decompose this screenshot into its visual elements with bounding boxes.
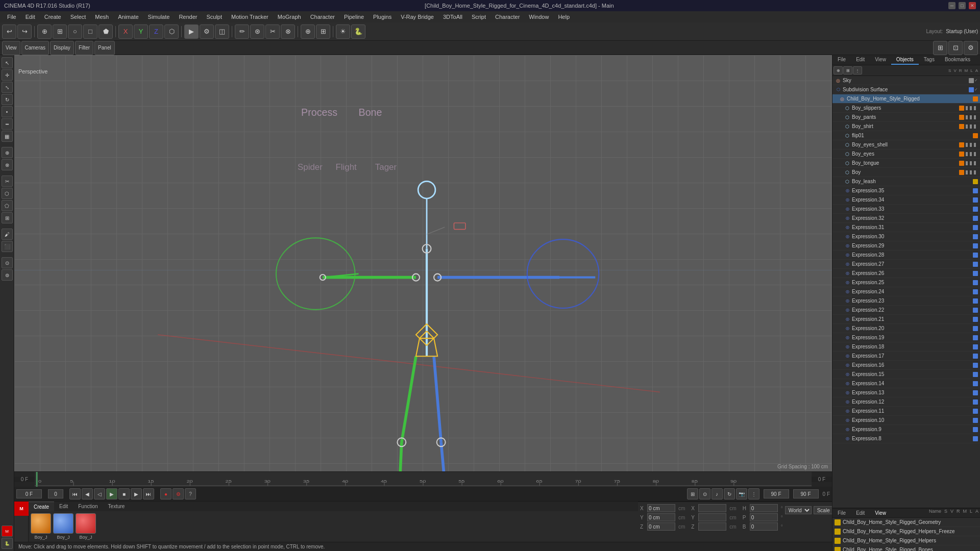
paint-button[interactable]: ✏ [235,24,249,39]
filter-tab-button[interactable]: Filter [75,41,93,55]
tool-ik[interactable]: ⊚ [2,269,13,281]
obj-expr32[interactable]: ◎ Expression.32 [832,214,980,223]
material-item-3[interactable]: Boy_J [76,513,96,540]
menu-item-select[interactable]: Select [66,13,90,21]
objects-tab-tags[interactable]: Tags [919,55,940,65]
select-button[interactable]: ⊞ [53,24,67,39]
camera-controls-button[interactable]: ⊡ [948,41,963,55]
next-frame-button[interactable]: ▶ [131,488,142,499]
z-axis-button[interactable]: Z [149,24,163,39]
prev-frame-button[interactable]: ◀ [82,488,93,499]
z-size-input[interactable] [698,522,726,531]
x-position-input[interactable] [647,504,675,512]
objects-tab-edit[interactable]: Edit [851,55,870,65]
pb-grid-button[interactable]: ⊞ [687,488,698,499]
menu-item-render[interactable]: Render [175,13,201,21]
y-size-input[interactable] [698,513,726,521]
circle-button[interactable]: ○ [68,24,82,39]
redo-button[interactable]: ↪ [17,24,32,39]
lp-item-helpers[interactable]: Child_Boy_Home_Style_Rigged_Helpers [832,536,980,545]
fps-input[interactable] [793,489,819,498]
obj-boy[interactable]: ⬡ Boy [832,168,980,177]
tool-maxon[interactable]: M [2,525,13,537]
obj-expr15[interactable]: ◎ Expression.15 [832,370,980,379]
tool-points[interactable]: • [2,106,13,117]
menu-item-sculpt[interactable]: Sculpt [202,13,226,21]
menu-item-v-ray-bridge[interactable]: V-Ray Bridge [397,13,438,21]
obj-expr18[interactable]: ◎ Expression.18 [832,342,980,352]
record-button[interactable]: ● [160,488,172,499]
stop-button[interactable]: ■ [118,488,130,499]
obj-expr29[interactable]: ◎ Expression.29 [832,241,980,251]
obj-expr21[interactable]: ◎ Expression.21 [832,315,980,324]
obj-expr31[interactable]: ◎ Expression.31 [832,223,980,232]
display-tab-button[interactable]: Display [50,41,74,55]
obj-expr20[interactable]: ◎ Expression.20 [832,324,980,333]
lp-tab-edit[interactable]: Edit [851,509,870,517]
obj-expr35[interactable]: ◎ Expression.35 [832,186,980,195]
frame-current-input[interactable] [48,489,63,498]
obj-expr26[interactable]: ◎ Expression.26 [832,269,980,278]
light-button[interactable]: ☀ [336,24,350,39]
viewport-settings-button[interactable]: ⚙ [964,41,978,55]
go-end-button[interactable]: ⏭ [143,488,154,499]
transform-button[interactable]: ⬡ [164,24,179,39]
timeline-ruler[interactable]: 0 5 10 15 20 25 30 35 [35,472,812,487]
tool-paint[interactable]: 🖌 [2,229,13,240]
lp-tab-file[interactable]: File [832,509,851,517]
render-region-button[interactable]: ◫ [215,24,229,39]
menu-item-window[interactable]: Window [525,13,553,21]
record-settings-button[interactable]: ⚙ [173,488,184,499]
tool-fill[interactable]: ⬛ [2,241,13,252]
tool-magnet[interactable]: ⊗ [2,159,13,170]
obj-expr19[interactable]: ◎ Expression.19 [832,333,980,342]
world-mode-dropdown[interactable]: World [785,506,812,514]
tool-knife[interactable]: ✂ [2,176,13,187]
pb-dots-button[interactable]: ⋮ [748,488,760,499]
x-axis-button[interactable]: X [118,24,133,39]
knife-button[interactable]: ✂ [265,24,280,39]
python-button[interactable]: 🐍 [351,24,365,39]
menu-item-3dtoall[interactable]: 3DToAll [439,13,467,21]
y-position-input[interactable] [647,513,675,521]
content-tab-function[interactable]: Function [73,502,103,511]
h-rotation-input[interactable] [750,504,778,512]
menu-item-create[interactable]: Create [40,13,65,21]
maximize-button[interactable]: □ [959,2,966,9]
tool-select[interactable]: ↖ [2,57,13,68]
obj-expr28[interactable]: ◎ Expression.28 [832,251,980,260]
obj-expr12[interactable]: ◎ Expression.12 [832,397,980,407]
obj-toolbar-btn-1[interactable]: ⊕ [834,66,843,74]
p-rotation-input[interactable] [750,513,778,521]
undo-button[interactable]: ↩ [2,24,16,39]
render-settings-button[interactable]: ⚙ [200,24,214,39]
help-button[interactable]: ? [185,488,196,499]
guide-button[interactable]: ⊞ [316,24,330,39]
sculpt-button[interactable]: ⊛ [250,24,264,39]
view-tab-button[interactable]: View [2,41,20,55]
tool-extrude[interactable]: ⬡ [2,188,13,199]
snap-button[interactable]: ⊕ [301,24,315,39]
obj-flip01[interactable]: ⬡ flip01 [832,131,980,140]
obj-expr14[interactable]: ◎ Expression.14 [832,379,980,388]
render-button[interactable]: ▶ [184,24,199,39]
menu-item-character[interactable]: Character [491,13,524,21]
new-object-button[interactable]: ⊕ [37,24,52,39]
obj-expr30[interactable]: ◎ Expression.30 [832,232,980,241]
obj-childboy[interactable]: ◎ Child_Boy_Home_Style_Rigged [832,94,980,104]
z-position-input[interactable] [647,522,675,531]
menu-item-character[interactable]: Character [306,13,339,21]
tool-python[interactable]: 🐍 [2,538,13,549]
cube-button[interactable]: □ [83,24,97,39]
lp-item-bones[interactable]: Child_Boy_Home_Style_Rigged_Bones [832,545,980,551]
menu-item-mesh[interactable]: Mesh [91,13,113,21]
obj-expr25[interactable]: ◎ Expression.25 [832,278,980,287]
magnet-button[interactable]: ⊗ [281,24,295,39]
material-item-1[interactable]: Boy_J [31,513,51,540]
menu-item-simulate[interactable]: Simulate [144,13,174,21]
play-button[interactable]: ▶ [106,488,117,499]
objects-tab-bookmarks[interactable]: Bookmarks [940,55,975,65]
obj-expr17[interactable]: ◎ Expression.17 [832,352,980,361]
lp-item-helpers-freeze[interactable]: Child_Boy_Home_Style_Rigged_Helpers_Free… [832,527,980,536]
tool-bevel[interactable]: ⬠ [2,200,13,211]
